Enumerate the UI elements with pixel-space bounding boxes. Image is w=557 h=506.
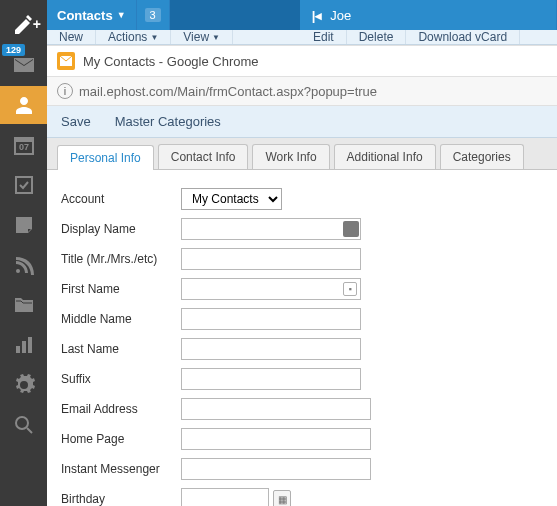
account-label: Account	[61, 192, 181, 206]
tab-contacts-count: 3	[137, 0, 170, 30]
note-icon	[12, 213, 36, 237]
bar-chart-icon	[12, 333, 36, 357]
person-icon	[12, 93, 36, 117]
header-tabs: Contacts ▼ 3 |◂ Joe	[47, 0, 557, 30]
svg-rect-5	[16, 346, 20, 353]
envelope-icon	[12, 53, 36, 77]
popup-titlebar: My Contacts - Google Chrome	[47, 46, 557, 77]
account-select[interactable]: My Contacts	[181, 188, 282, 210]
view-button[interactable]: View▼	[171, 30, 233, 44]
contacts-nav[interactable]	[0, 86, 47, 124]
birthday-input[interactable]	[181, 488, 269, 506]
info-icon[interactable]: i	[57, 83, 73, 99]
download-vcard-button[interactable]: Download vCard	[406, 30, 520, 44]
checkbox-icon	[12, 173, 36, 197]
mail-badge: 129	[2, 44, 25, 56]
svg-rect-6	[22, 341, 26, 353]
title-input[interactable]	[181, 248, 361, 270]
mail-nav[interactable]: 129	[0, 46, 47, 84]
first-name-label: First Name	[61, 282, 181, 296]
email-input[interactable]	[181, 398, 371, 420]
new-button[interactable]: New	[47, 30, 96, 44]
email-label: Email Address	[61, 402, 181, 416]
middle-name-input[interactable]	[181, 308, 361, 330]
svg-rect-7	[28, 337, 32, 353]
display-name-label: Display Name	[61, 222, 181, 236]
tab-person[interactable]: |◂ Joe	[300, 0, 557, 30]
svg-text:07: 07	[18, 142, 28, 152]
middle-name-label: Middle Name	[61, 312, 181, 326]
collapse-icon: |◂	[312, 8, 323, 23]
tab-work-info[interactable]: Work Info	[252, 144, 329, 169]
tab-personal-info[interactable]: Personal Info	[57, 145, 154, 170]
calendar-icon: 07	[12, 133, 36, 157]
master-categories-button[interactable]: Master Categories	[115, 114, 221, 129]
first-name-input[interactable]	[181, 278, 361, 300]
tab-contacts[interactable]: Contacts ▼	[47, 0, 137, 30]
svg-point-4	[16, 269, 20, 273]
form-tabs: Personal Info Contact Info Work Info Add…	[47, 138, 557, 170]
rss-icon	[12, 253, 36, 277]
tab-person-label: Joe	[330, 8, 351, 23]
title-label: Title (Mr./Mrs./etc)	[61, 252, 181, 266]
notes-nav[interactable]	[0, 206, 47, 244]
homepage-label: Home Page	[61, 432, 181, 446]
edit-button[interactable]: Edit	[301, 30, 347, 44]
toolbar: New Actions▼ View▼ Edit Delete Download …	[47, 30, 557, 45]
search-icon	[12, 413, 36, 437]
tasks-nav[interactable]	[0, 166, 47, 204]
actions-button[interactable]: Actions▼	[96, 30, 171, 44]
tab-categories[interactable]: Categories	[440, 144, 524, 169]
files-nav[interactable]	[0, 286, 47, 324]
delete-button[interactable]: Delete	[347, 30, 407, 44]
popup-title: My Contacts - Google Chrome	[83, 54, 259, 69]
gear-icon	[12, 373, 36, 397]
popup-addressbar: i mail.ephost.com/Main/frmContact.aspx?p…	[47, 77, 557, 106]
reports-nav[interactable]	[0, 326, 47, 364]
compose-button[interactable]: +	[0, 6, 47, 44]
folder-icon	[12, 293, 36, 317]
save-button[interactable]: Save	[61, 114, 91, 129]
tab-contacts-label: Contacts	[57, 8, 113, 23]
plus-icon: +	[33, 16, 41, 32]
search-nav[interactable]	[0, 406, 47, 444]
popup-url: mail.ephost.com/Main/frmContact.aspx?pop…	[79, 84, 377, 99]
tab-contact-info[interactable]: Contact Info	[158, 144, 249, 169]
chevron-down-icon: ▼	[117, 10, 126, 20]
svg-rect-3	[16, 177, 32, 193]
ellipsis-icon[interactable]	[343, 221, 359, 237]
svg-point-8	[16, 417, 28, 429]
calendar-nav[interactable]: 07	[0, 126, 47, 164]
left-nav-rail: + 129 07	[0, 0, 47, 506]
homepage-input[interactable]	[181, 428, 371, 450]
last-name-input[interactable]	[181, 338, 361, 360]
suffix-label: Suffix	[61, 372, 181, 386]
mail-app-icon	[57, 52, 75, 70]
rss-nav[interactable]	[0, 246, 47, 284]
im-label: Instant Messenger	[61, 462, 181, 476]
suffix-input[interactable]	[181, 368, 361, 390]
last-name-label: Last Name	[61, 342, 181, 356]
display-name-input[interactable]	[181, 218, 361, 240]
popup-toolbar: Save Master Categories	[47, 106, 557, 138]
contact-card-icon[interactable]: ▪	[343, 282, 357, 296]
im-input[interactable]	[181, 458, 371, 480]
calendar-picker-icon[interactable]: ▦	[273, 490, 291, 506]
popup-window: My Contacts - Google Chrome i mail.ephos…	[47, 45, 557, 506]
settings-nav[interactable]	[0, 366, 47, 404]
tab-additional-info[interactable]: Additional Info	[334, 144, 436, 169]
birthday-label: Birthday	[61, 492, 181, 506]
form-area: Account My Contacts Display Name Title (…	[47, 170, 557, 506]
main-area: Contacts ▼ 3 |◂ Joe New Actions▼ View▼ E…	[47, 0, 557, 506]
